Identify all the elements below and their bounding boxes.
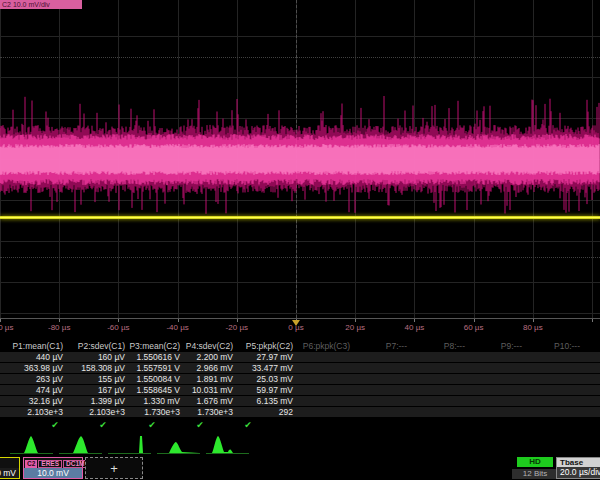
param-value: 440 µV	[36, 352, 63, 362]
axis-tick	[0, 319, 1, 322]
c2-scale-value: 10.0 mV	[24, 468, 82, 478]
hd-bits-label: 12 Bits	[512, 469, 558, 479]
measurement-table: P1:mean(C1)440 µV363.98 µV263 µV474 µV32…	[0, 340, 600, 432]
axis-tick-label: -60 µs	[107, 323, 129, 332]
param-value: 25.03 mV	[257, 374, 293, 384]
axis-tick	[592, 319, 593, 322]
c2-eres-chip: ERES	[38, 460, 62, 468]
param-header-p8[interactable]: P8:---	[444, 341, 465, 351]
histicon-p2[interactable]	[57, 434, 104, 455]
param-value: 1.557591 V	[137, 363, 180, 373]
axis-tick	[474, 319, 475, 322]
axis-tick	[118, 319, 119, 322]
param-status-check: ✔	[196, 421, 204, 430]
axis-tick-label: -80 µs	[48, 323, 70, 332]
param-header-p3[interactable]: P3:mean(C2)	[129, 341, 180, 351]
param-value: 155 µV	[98, 374, 125, 384]
param-value: 1.399 µV	[91, 396, 125, 406]
param-value: 59.97 mV	[257, 385, 293, 395]
axis-tick-label: -40 µs	[166, 323, 188, 332]
param-value: 160 µV	[98, 352, 125, 362]
param-header-p5[interactable]: P5:pkpk(C2)	[246, 341, 293, 351]
param-header-p1[interactable]: P1:mean(C1)	[12, 341, 63, 351]
param-value: 1.330 mV	[144, 396, 180, 406]
param-value: 1.550084 V	[137, 374, 180, 384]
axis-tick-label: 20 µs	[345, 323, 365, 332]
c2-channel-chip: C2	[25, 460, 37, 468]
param-status-check: ✔	[244, 421, 252, 430]
param-status-check: ✔	[51, 421, 59, 430]
c1-trace[interactable]	[0, 216, 600, 219]
param-value: 1.558645 V	[137, 385, 180, 395]
param-value: 167 µV	[98, 385, 125, 395]
param-value: 2.103e+3	[27, 407, 63, 417]
param-value: 10.031 mV	[192, 385, 233, 395]
waveform-grid[interactable]: C2 10.0 mV/div	[0, 0, 600, 318]
table-row-stripe	[0, 352, 600, 362]
axis-tick	[59, 319, 60, 322]
param-header-p2[interactable]: P2:sdev(C1)	[78, 341, 125, 351]
table-row-stripe	[0, 385, 600, 395]
param-header-p7[interactable]: P7:---	[386, 341, 407, 351]
param-value: 1.730e+3	[197, 407, 233, 417]
param-value: 27.97 mV	[257, 352, 293, 362]
param-header-p10[interactable]: P10:---	[554, 341, 580, 351]
c2-trace-label-badge: C2 10.0 mV/div	[0, 0, 82, 9]
hd-mode-badge: HD	[517, 457, 553, 467]
param-header-p4[interactable]: P4:sdev(C2)	[186, 341, 233, 351]
param-header-p9[interactable]: P9:---	[501, 341, 522, 351]
param-status-check: ✔	[148, 421, 156, 430]
time-axis[interactable]: -100 µs-80 µs-60 µs-40 µs-20 µs0 µs20 µs…	[0, 318, 600, 336]
histicon-p5[interactable]	[204, 434, 251, 455]
histicon-p1[interactable]	[8, 434, 55, 455]
param-value: 1.676 mV	[197, 396, 233, 406]
param-status-check: ✔	[99, 421, 107, 430]
c2-trace[interactable]	[0, 0, 600, 318]
c1-descriptor-box[interactable]: C1 DC1M 50.0 mV	[0, 457, 20, 479]
axis-tick	[355, 319, 356, 322]
param-value: 292	[279, 407, 293, 417]
histicon-p3[interactable]	[106, 434, 153, 455]
timebase-value: 20.0 µs/div	[557, 467, 600, 478]
param-value: 263 µV	[36, 374, 63, 384]
axis-tick-label: -20 µs	[226, 323, 248, 332]
c2-descriptor-box[interactable]: C2 ERES DC1M 10.0 mV	[23, 457, 83, 479]
param-value: 2.966 mV	[197, 363, 233, 373]
param-value: 474 µV	[36, 385, 63, 395]
axis-tick-label: 40 µs	[405, 323, 425, 332]
axis-tick	[414, 319, 415, 322]
trigger-position-marker[interactable]	[292, 320, 300, 326]
param-value: 2.103e+3	[89, 407, 125, 417]
param-value: 6.135 mV	[257, 396, 293, 406]
param-value: 363.98 µV	[24, 363, 63, 373]
c2-coupling-chip: DC1M	[63, 460, 87, 468]
param-value: 2.200 mV	[197, 352, 233, 362]
histicons	[0, 434, 600, 456]
axis-tick	[237, 319, 238, 322]
c1-scale-value: 50.0 mV	[0, 468, 19, 478]
param-value: 33.477 mV	[252, 363, 293, 373]
timebase-title: Tbase	[557, 458, 600, 467]
param-value: 1.550616 V	[137, 352, 180, 362]
param-header-p6[interactable]: P6:pkpk(C3)	[303, 341, 350, 351]
axis-tick-label: 80 µs	[523, 323, 543, 332]
table-row-stripe	[0, 374, 600, 384]
axis-tick	[178, 319, 179, 322]
param-value: 32.16 µV	[29, 396, 63, 406]
axis-tick-label: 60 µs	[464, 323, 484, 332]
add-trace-button[interactable]: +	[85, 457, 143, 479]
histicon-p4[interactable]	[155, 434, 202, 455]
axis-tick-label: -100 µs	[0, 323, 13, 332]
param-value: 1.730e+3	[144, 407, 180, 417]
descriptor-bar: C1 DC1M 50.0 mV C2 ERES DC1M 10.0 mV + H…	[0, 456, 600, 480]
oscilloscope-screen: C2 10.0 mV/div -100 µs-80 µs-60 µs-40 µs…	[0, 0, 600, 480]
param-value: 158.308 µV	[81, 363, 125, 373]
param-value: 1.891 mV	[197, 374, 233, 384]
timebase-descriptor-box[interactable]: Tbase 20.0 µs/div	[556, 457, 600, 479]
axis-tick	[533, 319, 534, 322]
